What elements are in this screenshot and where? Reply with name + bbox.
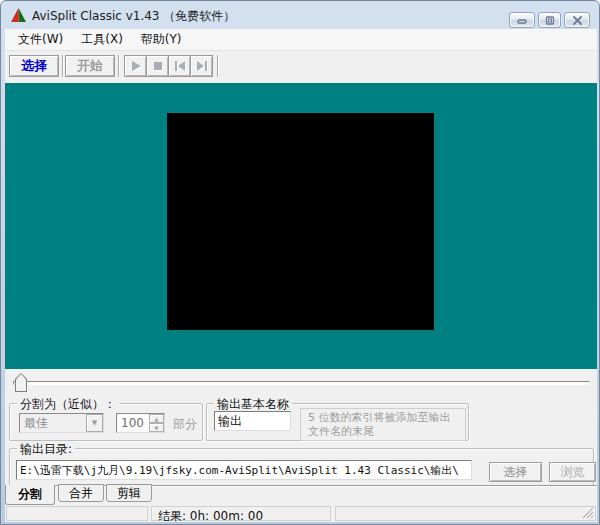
split-group: 分割为（近似）： 最佳 ▼ 100 ▲ ▼ 部分	[9, 403, 203, 441]
window-title: AviSplit Classic v1.43 （免费软件）	[32, 8, 235, 25]
video-placeholder	[167, 113, 434, 330]
index-note-line1: 5 位数的索引将被添加至输出	[308, 411, 465, 425]
toolbar: 选择 开始	[5, 51, 597, 83]
parts-spinner[interactable]: 100 ▲ ▼	[116, 413, 165, 433]
go-to-start-icon[interactable]	[168, 55, 191, 77]
status-segment-right	[335, 506, 596, 521]
index-note: 5 位数的索引将被添加至输出 文件名的末尾	[300, 408, 466, 441]
close-icon[interactable]	[564, 12, 590, 28]
split-mode-value: 最佳	[20, 415, 86, 432]
go-to-end-icon[interactable]	[190, 55, 213, 77]
status-bar: 结果: 0h: 00m: 00	[5, 505, 597, 522]
toolbar-separator	[217, 55, 218, 77]
slider-track[interactable]	[13, 381, 590, 385]
avisplit-logo-icon	[11, 8, 26, 22]
slider-thumb[interactable]	[15, 373, 27, 392]
tab-clip[interactable]: 剪辑	[106, 484, 152, 502]
menu-bar: 文件(W) 工具(X) 帮助(Y)	[5, 29, 597, 51]
title-bar[interactable]: AviSplit Classic v1.43 （免费软件）	[1, 1, 599, 29]
menu-help[interactable]: 帮助(Y)	[132, 28, 191, 51]
split-mode-combobox[interactable]: 最佳 ▼	[19, 413, 104, 433]
start-button[interactable]: 开始	[65, 55, 115, 77]
select-file-button[interactable]: 选择	[9, 55, 59, 77]
chevron-down-icon[interactable]: ▼	[86, 414, 103, 432]
toolbar-separator	[62, 55, 63, 77]
video-preview-area	[5, 83, 597, 369]
stop-icon[interactable]	[146, 55, 169, 77]
play-icon[interactable]	[124, 55, 147, 77]
toolbar-separator	[118, 55, 119, 77]
output-dir-group-title: 输出目录:	[17, 441, 75, 458]
parts-value: 100	[117, 414, 149, 432]
output-name-group: 输出基本名称 5 位数的索引将被添加至输出 文件名的末尾	[206, 403, 469, 441]
output-dir-input[interactable]	[16, 460, 472, 480]
index-note-line2: 文件名的末尾	[308, 425, 465, 439]
tab-merge[interactable]: 合并	[58, 484, 104, 502]
output-dir-group: 输出目录: 选择 浏览	[9, 448, 594, 486]
tab-split[interactable]: 分割	[5, 485, 55, 505]
seek-slider[interactable]	[5, 369, 597, 397]
resize-grip-icon[interactable]	[581, 506, 594, 519]
spinner-down-icon[interactable]: ▼	[149, 423, 164, 432]
menu-file[interactable]: 文件(W)	[9, 28, 72, 51]
spinner-up-icon[interactable]: ▲	[149, 414, 164, 423]
status-result-text: 结果: 0h: 00m: 00	[151, 506, 331, 521]
output-name-input[interactable]	[214, 411, 291, 431]
client-area: 文件(W) 工具(X) 帮助(Y) 选择 开始	[5, 29, 597, 522]
dir-browse-button[interactable]: 浏览	[549, 462, 596, 482]
app-window: AviSplit Classic v1.43 （免费软件） 文件(W) 工具(X…	[0, 0, 600, 525]
minimize-icon[interactable]	[509, 12, 535, 28]
parts-suffix-label: 部分	[173, 416, 197, 433]
dir-select-button[interactable]: 选择	[489, 462, 542, 482]
split-group-title: 分割为（近似）：	[17, 396, 119, 413]
maximize-icon[interactable]	[538, 12, 561, 28]
status-segment-empty	[6, 506, 148, 521]
menu-tools[interactable]: 工具(X)	[72, 28, 132, 51]
